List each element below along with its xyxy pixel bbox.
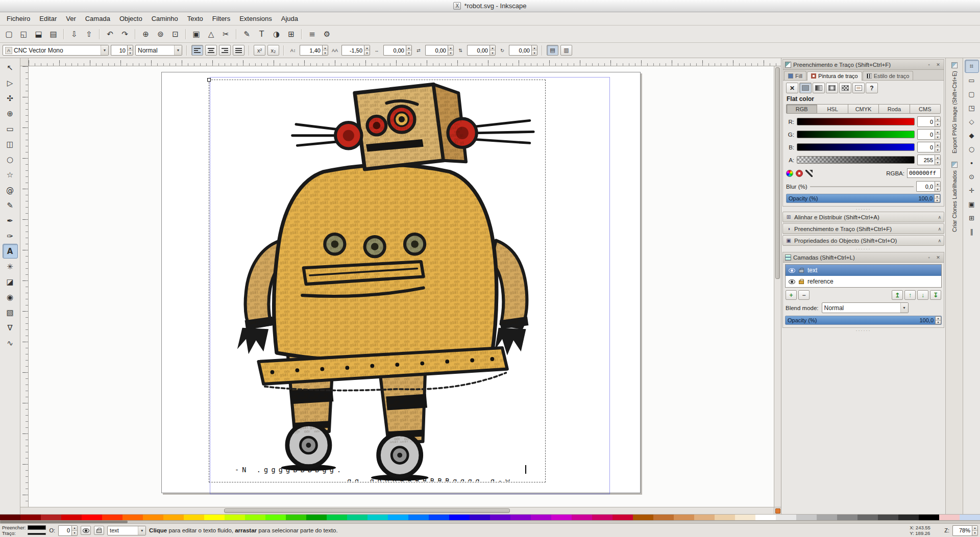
tweak-tool[interactable]: ✣ (3, 91, 18, 106)
menu-camada[interactable]: Camada (81, 12, 115, 25)
word-spacing-input[interactable] (383, 45, 406, 56)
collapsed-panel-align-distribute[interactable]: Alinhar e Distribuir (Shift+Ctrl+A) (782, 212, 944, 222)
object-opacity-input[interactable] (58, 525, 71, 536)
palette-swatch[interactable] (265, 515, 286, 520)
snap-grid-button[interactable]: ⊞ (965, 211, 979, 224)
vertical-scrollbar[interactable] (774, 66, 781, 507)
superscript-button[interactable] (254, 45, 265, 56)
palette-swatch[interactable] (551, 515, 572, 520)
palette-swatch[interactable] (674, 515, 694, 520)
layer-lock-icon[interactable] (799, 280, 804, 284)
dock-close-button[interactable] (935, 254, 942, 261)
rect-tool[interactable]: ▭ (3, 121, 18, 136)
snap-object-centers-button[interactable]: ⊙ (965, 170, 979, 183)
palette-swatch[interactable] (82, 515, 102, 520)
menu-texto[interactable]: Texto (183, 12, 208, 25)
duplicate-button[interactable]: ▣ (189, 27, 203, 41)
menu-objecto[interactable]: Objecto (115, 12, 147, 25)
box3d-tool[interactable]: ◫ (3, 137, 18, 151)
fill-swatch[interactable] (28, 525, 46, 530)
layer-row-text[interactable]: text (786, 265, 941, 276)
menu-filters[interactable]: Filters (208, 12, 235, 25)
add-layer-button[interactable] (786, 290, 797, 300)
palette-swatch[interactable] (429, 515, 449, 520)
selection-anchor-handle[interactable] (207, 78, 211, 82)
palette-swatch[interactable] (960, 515, 980, 520)
menu-editar[interactable]: Editar (35, 12, 61, 25)
fill-opacity-slider[interactable]: Opacity (%) 100,0 (786, 194, 941, 203)
paint-swatch-button[interactable] (852, 83, 865, 93)
stroke-swatch[interactable] (28, 533, 46, 535)
menu-ajuda[interactable]: Ajuda (277, 12, 303, 25)
spinner-arrows[interactable] (934, 194, 940, 202)
spinner-arrows[interactable] (935, 129, 941, 140)
palette-swatch[interactable] (102, 515, 122, 520)
save-document-button[interactable]: ⬓ (32, 27, 45, 41)
paint-linear-gradient-button[interactable] (813, 83, 825, 93)
palette-swatch[interactable] (449, 515, 470, 520)
spinner-arrows[interactable] (935, 116, 941, 127)
align-right-button[interactable] (219, 45, 231, 56)
raise-layer-button[interactable] (904, 290, 916, 300)
titlebar[interactable]: *robot.svg - Inkscape (0, 0, 980, 12)
blur-slider[interactable] (810, 184, 914, 190)
dropper-icon[interactable] (805, 170, 813, 177)
dock-minimize-button[interactable] (925, 61, 933, 68)
dock-resize-handle[interactable] (781, 328, 945, 333)
cut-button[interactable]: ✂ (219, 27, 233, 41)
snap-midpoints-button[interactable]: ∙ (965, 156, 979, 169)
subscript-button[interactable] (267, 45, 279, 56)
mode-tab-cmyk[interactable]: CMYK (848, 104, 879, 114)
color-wheel-icon[interactable] (786, 170, 793, 177)
tab-stroke-style[interactable]: Estilo de traço (863, 71, 914, 80)
alpha-slider[interactable] (797, 156, 915, 164)
vertical-text-button[interactable] (560, 45, 572, 56)
font-family-select[interactable]: CNC Vector Mono (3, 45, 109, 56)
paint-none-button[interactable] (786, 83, 798, 93)
tab-fill[interactable]: Fill (784, 71, 806, 80)
palette-swatch[interactable] (939, 515, 960, 520)
palette-swatch[interactable] (919, 515, 939, 520)
fill-stroke-indicator[interactable]: Preencher: Traço: (2, 525, 46, 536)
layer-lock-toggle[interactable] (94, 526, 104, 535)
menu-ficheiro[interactable]: Ficheiro (2, 12, 35, 25)
palette-scrollbar[interactable] (0, 521, 980, 523)
sticky-zoom-button[interactable] (774, 507, 781, 514)
palette-swatch[interactable] (633, 515, 653, 520)
open-document-button[interactable]: ◱ (17, 27, 31, 41)
snap-bbox-corners-button[interactable]: ◳ (965, 101, 979, 114)
spinner-arrows[interactable] (127, 45, 133, 56)
zoom-selection-button[interactable]: ⊕ (139, 27, 153, 41)
snap-nodes-button[interactable]: ◇ (965, 115, 979, 128)
snap-page-border-button[interactable]: ▣ (965, 197, 979, 211)
create-clone-button[interactable]: △ (204, 27, 218, 41)
palette-swatch[interactable] (368, 515, 388, 520)
blend-mode-select[interactable]: Normal (822, 302, 909, 313)
canvas[interactable]: g$8l o@s% (29, 66, 774, 507)
text-tool[interactable]: A (3, 244, 18, 259)
horizontal-scrollbar-thumb[interactable] (224, 508, 510, 513)
palette-swatch[interactable] (41, 515, 61, 520)
chevron-up-icon[interactable] (938, 238, 941, 243)
palette-swatch[interactable] (470, 515, 490, 520)
palette-swatch[interactable] (653, 515, 674, 520)
palette-swatch[interactable] (857, 515, 878, 520)
mode-tab-cms[interactable]: CMS (910, 104, 941, 114)
green-slider[interactable] (797, 131, 915, 138)
palette-swatch[interactable] (796, 515, 817, 520)
blue-value-input[interactable] (917, 142, 935, 152)
red-slider[interactable] (797, 118, 915, 125)
paint-flat-button[interactable] (799, 83, 812, 93)
collapsed-panel-fill-stroke[interactable]: Preenchimento e Traço (Shift+Ctrl+F) (782, 223, 944, 234)
document-properties-button[interactable]: ≡ (305, 27, 319, 41)
docked-dialog-tiled-clones[interactable]: Criar Clones Ladrilhados (951, 162, 958, 232)
align-distribute-button[interactable]: ⊞ (284, 27, 298, 41)
palette-swatch[interactable] (204, 515, 225, 520)
palette-swatch[interactable] (20, 515, 41, 520)
palette-swatch[interactable] (408, 515, 429, 520)
bucket-tool[interactable]: ◉ (3, 290, 18, 304)
print-document-button[interactable]: ▤ (46, 27, 60, 41)
palette-swatch[interactable] (347, 515, 368, 520)
spinner-arrows[interactable] (406, 45, 412, 56)
spinner-arrows[interactable] (71, 525, 78, 536)
